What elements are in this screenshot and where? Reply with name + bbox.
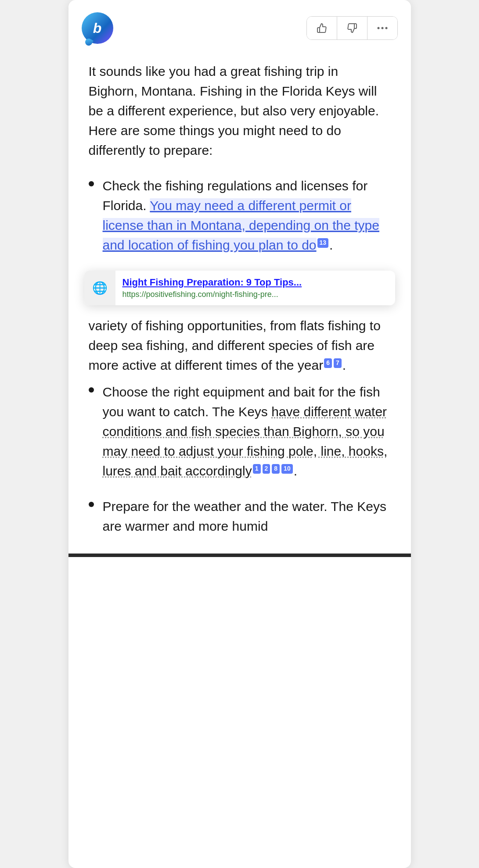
- thumbs-up-button[interactable]: [307, 17, 337, 39]
- thumbs-down-button[interactable]: [337, 17, 367, 39]
- logo-letter: b: [93, 20, 102, 36]
- bing-logo: b: [82, 12, 113, 44]
- bullet-text-1: Check the fishing regulations and licens…: [103, 176, 391, 255]
- bullet2-post-text: .: [294, 464, 297, 478]
- tooltip-card[interactable]: 🌐 Night Fishing Preparation: 9 Top Tips.…: [84, 271, 395, 305]
- tooltip-url: https://positivefishing.com/night-fishin…: [122, 290, 388, 299]
- citation-8[interactable]: 8: [272, 464, 280, 474]
- citation-2[interactable]: 2: [263, 464, 270, 474]
- bullet-item-2: Choose the right equipment and bait for …: [89, 382, 391, 481]
- citation-1[interactable]: 1: [253, 464, 261, 474]
- bullet-dot-1: [89, 181, 94, 186]
- bullet-text-2: Choose the right equipment and bait for …: [103, 382, 391, 481]
- svg-point-2: [385, 27, 387, 29]
- svg-point-0: [377, 27, 379, 29]
- citation-6[interactable]: 6: [324, 358, 332, 368]
- bullet-dot-2: [89, 387, 94, 393]
- globe-icon: 🌐: [92, 281, 108, 295]
- continuation-post: .: [342, 358, 346, 372]
- bullet-text-3: Prepare for the weather and the water. T…: [103, 497, 391, 536]
- bullet-item-1: Check the fishing regulations and licens…: [89, 176, 391, 255]
- svg-point-1: [381, 27, 383, 29]
- tooltip-title[interactable]: Night Fishing Preparation: 9 Top Tips...: [122, 277, 388, 288]
- citation-7[interactable]: 7: [334, 358, 342, 368]
- citation-13[interactable]: 13: [317, 238, 329, 248]
- app-container: b: [68, 0, 411, 868]
- bullet-list-2: Choose the right equipment and bait for …: [89, 382, 391, 536]
- tooltip-icon-area: 🌐: [84, 271, 115, 305]
- bottom-bar: [68, 554, 411, 557]
- tooltip-content: Night Fishing Preparation: 9 Top Tips...…: [115, 271, 395, 305]
- bullet1-post-text: .: [329, 238, 333, 252]
- bullet3-text: Prepare for the weather and the water. T…: [103, 499, 387, 533]
- bullet-list: Check the fishing regulations and licens…: [89, 176, 391, 255]
- more-options-button[interactable]: [367, 17, 397, 39]
- action-buttons-group: [306, 16, 398, 40]
- continuation-text: variety of fishing opportunities, from f…: [89, 316, 391, 375]
- citation-10[interactable]: 10: [281, 464, 293, 474]
- header: b: [68, 0, 411, 53]
- intro-paragraph: It sounds like you had a great fishing t…: [89, 61, 391, 160]
- bullet-dot-3: [89, 502, 94, 507]
- logo-container: b: [82, 12, 113, 44]
- bullet-item-3: Prepare for the weather and the water. T…: [89, 497, 391, 536]
- content-area: It sounds like you had a great fishing t…: [68, 53, 411, 554]
